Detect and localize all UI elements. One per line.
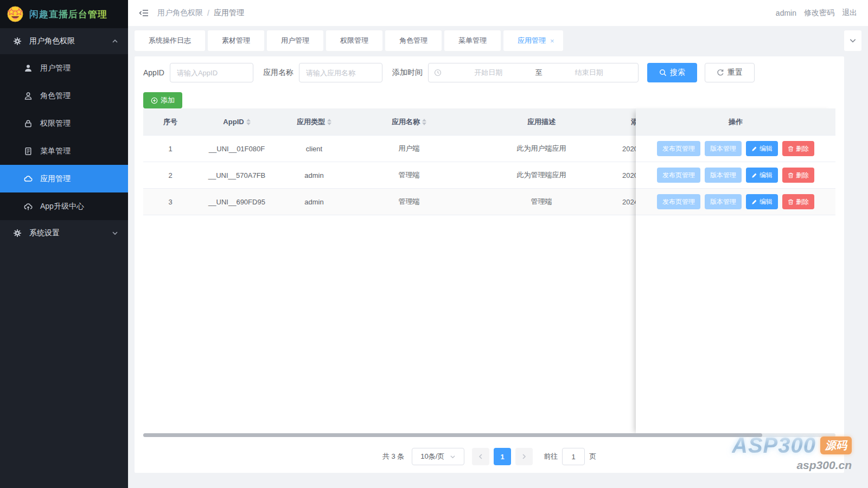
add-button[interactable]: 添加 [143, 92, 182, 108]
app-title: 闲趣直播后台管理 [29, 8, 107, 21]
delete-button[interactable]: 删除 [782, 194, 814, 209]
operation-row: 发布页管理 版本管理 编辑 删除 [636, 162, 835, 189]
app-name-filter-input[interactable] [299, 63, 382, 82]
header-operation: 操作 [636, 108, 835, 136]
tab-permission-management[interactable]: 权限管理 [326, 30, 382, 51]
version-management-button[interactable]: 版本管理 [705, 168, 742, 183]
breadcrumb-item-current: 应用管理 [214, 8, 244, 18]
sidebar-item-app-management[interactable]: 应用管理 [0, 165, 128, 192]
logout-link[interactable]: 退出 [842, 8, 857, 18]
refresh-icon [717, 69, 724, 76]
delete-button[interactable]: 删除 [782, 141, 814, 156]
horizontal-scrollbar-thumb[interactable] [143, 433, 762, 437]
tab-close-icon[interactable]: × [550, 37, 554, 45]
prev-page-button[interactable] [472, 448, 489, 465]
edit-button[interactable]: 编辑 [746, 194, 778, 209]
breadcrumb-separator: / [207, 9, 209, 17]
tabs-dropdown-button[interactable] [844, 30, 861, 51]
tab-label: 菜单管理 [458, 36, 487, 46]
header-appid[interactable]: AppID [197, 118, 276, 126]
cloud-icon [24, 175, 33, 183]
sidebar-item-label: 应用管理 [40, 174, 71, 184]
end-date-placeholder[interactable]: 结束日期 [545, 68, 633, 78]
breadcrumb: 用户角色权限 / 应用管理 [157, 8, 244, 18]
sidebar-item-user-management[interactable]: 用户管理 [0, 54, 128, 82]
add-button-label: 添加 [161, 95, 175, 105]
sidebar-item-label: 用户管理 [40, 63, 71, 73]
sort-caret-icon[interactable] [246, 119, 251, 125]
cell-app-desc: 此为用户端应用 [466, 144, 617, 153]
user-outline-icon [24, 92, 33, 100]
current-page-button[interactable]: 1 [494, 448, 511, 465]
horizontal-scrollbar-track[interactable] [143, 433, 835, 437]
publish-page-button[interactable]: 发布页管理 [657, 168, 700, 183]
filter-bar: AppID 应用名称 添加时间 开始日期 至 结束日期 搜索 [143, 63, 755, 82]
search-button[interactable]: 搜索 [647, 63, 697, 82]
pagination-total: 共 3 条 [382, 452, 404, 461]
change-password-link[interactable]: 修改密码 [804, 8, 834, 18]
publish-page-button[interactable]: 发布页管理 [657, 141, 700, 156]
sidebar-item-label: 角色管理 [40, 91, 71, 101]
next-page-button[interactable] [515, 448, 533, 465]
tab-label: 应用管理 [518, 36, 546, 46]
sort-caret-icon[interactable] [327, 119, 331, 125]
cell-app-type: client [276, 145, 352, 153]
username-menu[interactable]: admin [776, 9, 796, 17]
sidebar-item-role-management[interactable]: 角色管理 [0, 82, 128, 110]
tab-user-management[interactable]: 用户管理 [267, 30, 323, 51]
sidebar-group-system-settings[interactable]: 系统设置 [0, 220, 128, 246]
sidebar-group-user-role-permission[interactable]: 用户角色权限 [0, 28, 128, 54]
tab-system-operation-log[interactable]: 系统操作日志 [135, 30, 205, 51]
cell-appid: __UNI__570A7FB [197, 171, 276, 179]
sidebar-item-label: App升级中心 [40, 202, 84, 211]
sidebar-item-permission-management[interactable]: 权限管理 [0, 110, 128, 137]
pencil-icon [751, 172, 757, 178]
reset-button[interactable]: 重置 [705, 63, 755, 82]
tab-label: 角色管理 [399, 36, 427, 46]
sidebar-collapse-icon[interactable] [139, 9, 149, 17]
breadcrumb-item[interactable]: 用户角色权限 [157, 8, 203, 18]
cell-appid: __UNI__01F080F [197, 145, 276, 153]
delete-button[interactable]: 删除 [782, 168, 814, 183]
tab-app-management-active[interactable]: 应用管理 × [503, 30, 563, 51]
page-size-value: 10条/页 [420, 452, 444, 461]
app-logo: 闲趣直播后台管理 [0, 0, 128, 28]
header-index: 序号 [143, 117, 197, 127]
cell-index: 1 [143, 145, 197, 153]
sidebar-item-menu-management[interactable]: 菜单管理 [0, 137, 128, 165]
app-name-filter-label: 应用名称 [263, 68, 293, 78]
cell-index: 3 [143, 198, 197, 206]
star-struck-emoji-icon [7, 5, 24, 23]
trash-icon [788, 199, 794, 205]
pencil-icon [751, 146, 757, 152]
date-range-separator: 至 [532, 68, 545, 78]
sort-caret-icon[interactable] [422, 119, 426, 125]
header-app-name[interactable]: 应用名称 [352, 117, 466, 127]
goto-page-input[interactable] [562, 448, 585, 465]
version-management-button[interactable]: 版本管理 [705, 194, 742, 209]
edit-button[interactable]: 编辑 [746, 168, 778, 183]
reset-button-label: 重置 [727, 68, 743, 78]
tab-material-management[interactable]: 素材管理 [208, 30, 264, 51]
trash-icon [788, 172, 794, 178]
cloud-upload-icon [24, 202, 33, 211]
sidebar-item-app-upgrade-center[interactable]: App升级中心 [0, 192, 128, 220]
pager: 1 [472, 448, 533, 465]
goto-page: 前往 页 [544, 448, 596, 465]
tab-role-management[interactable]: 角色管理 [385, 30, 442, 51]
open-tabs-bar: 系统操作日志 素材管理 用户管理 权限管理 角色管理 菜单管理 应用管理 × [135, 30, 835, 51]
sidebar-group-label: 用户角色权限 [29, 36, 112, 46]
page-size-select[interactable]: 10条/页 [412, 448, 464, 465]
start-date-placeholder[interactable]: 开始日期 [445, 68, 532, 78]
version-management-button[interactable]: 版本管理 [705, 141, 742, 156]
header-app-type[interactable]: 应用类型 [276, 117, 352, 127]
publish-page-button[interactable]: 发布页管理 [657, 194, 700, 209]
edit-button[interactable]: 编辑 [746, 141, 778, 156]
date-range-picker[interactable]: 开始日期 至 结束日期 [428, 63, 639, 82]
sidebar: 闲趣直播后台管理 用户角色权限 用户管理 [0, 0, 128, 488]
tab-label: 系统操作日志 [149, 36, 191, 46]
cell-app-type: admin [276, 171, 352, 179]
tab-menu-management[interactable]: 菜单管理 [444, 30, 501, 51]
appid-filter-input[interactable] [170, 63, 253, 82]
search-icon [659, 69, 667, 76]
